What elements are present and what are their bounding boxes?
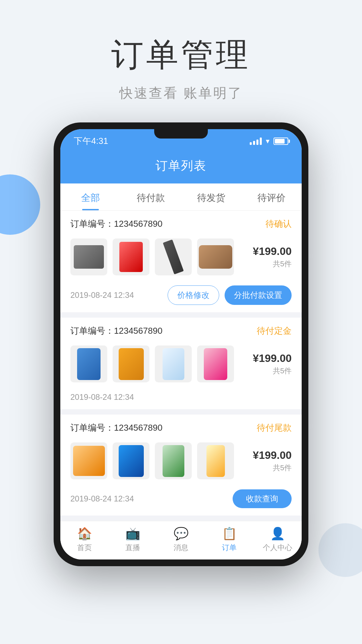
nav-live-label: 直播 bbox=[125, 543, 140, 553]
product-thumb-snack bbox=[70, 345, 107, 382]
price-modify-button[interactable]: 价格修改 bbox=[168, 285, 219, 305]
order-icon: 📋 bbox=[222, 527, 237, 541]
order-status-1: 待确认 bbox=[265, 218, 292, 230]
order-number-3: 订单编号：1234567890 bbox=[70, 422, 163, 434]
product-thumb-lantern bbox=[113, 238, 149, 275]
order-number-1: 订单编号：1234567890 bbox=[70, 218, 163, 230]
product-thumb-sunscreen bbox=[155, 345, 192, 382]
tab-pending-ship[interactable]: 待发货 bbox=[181, 183, 241, 210]
nav-order-label: 订单 bbox=[222, 543, 237, 553]
nav-message-label: 消息 bbox=[174, 543, 188, 553]
collection-query-button[interactable]: 收款查询 bbox=[233, 489, 292, 508]
order-number-2: 订单编号：1234567890 bbox=[70, 325, 163, 337]
page-main-title: 订单管理 bbox=[0, 34, 362, 77]
status-icons: ▾ bbox=[250, 137, 288, 146]
product-thumb-sofa bbox=[197, 238, 234, 275]
tab-pending-payment[interactable]: 待付款 bbox=[121, 183, 181, 210]
order-header-2: 订单编号：1234567890 待付定金 bbox=[60, 318, 302, 342]
product-thumb-chopsticks bbox=[155, 238, 192, 275]
message-icon: 💬 bbox=[174, 527, 189, 541]
order-card-2: 订单编号：1234567890 待付定金 bbox=[60, 318, 302, 409]
nav-home[interactable]: 🏠 首页 bbox=[60, 527, 109, 553]
nav-profile-label: 个人中心 bbox=[263, 543, 292, 553]
tabs-bar: 全部 待付款 待发货 待评价 bbox=[60, 183, 302, 211]
nav-home-label: 首页 bbox=[77, 543, 92, 553]
home-icon: 🏠 bbox=[77, 527, 92, 541]
app-title: 订单列表 bbox=[156, 159, 206, 172]
nav-live[interactable]: 📺 直播 bbox=[109, 527, 157, 553]
product-thumb-gold bbox=[197, 442, 234, 479]
order-price-3: ¥199.00 共5件 bbox=[253, 449, 292, 473]
product-thumb-health bbox=[197, 345, 234, 382]
nav-profile[interactable]: 👤 个人中心 bbox=[253, 527, 302, 553]
order-status-2: 待付定金 bbox=[257, 325, 292, 337]
order-footer-3: 2019-08-24 12:34 收款查询 bbox=[60, 485, 302, 516]
product-thumb-pasta bbox=[70, 442, 107, 479]
bottom-nav: 🏠 首页 📺 直播 💬 消息 📋 订单 👤 个人中心 bbox=[60, 521, 302, 559]
tab-all[interactable]: 全部 bbox=[60, 183, 121, 210]
nav-message[interactable]: 💬 消息 bbox=[157, 527, 205, 553]
app-header: 订单列表 bbox=[60, 151, 302, 183]
order-price-1: ¥199.00 共5件 bbox=[253, 245, 292, 269]
status-time: 下午4:31 bbox=[74, 135, 108, 147]
products-row-3: ¥199.00 共5件 bbox=[60, 439, 302, 485]
order-card-3: 订单编号：1234567890 待付尾款 bbox=[60, 415, 302, 516]
order-price-2: ¥199.00 共5件 bbox=[253, 352, 292, 376]
batch-payment-button[interactable]: 分批付款设置 bbox=[225, 285, 292, 305]
phone-notch bbox=[154, 129, 208, 139]
wifi-icon: ▾ bbox=[266, 137, 269, 146]
battery-icon bbox=[274, 138, 288, 145]
order-date-2: 2019-08-24 12:34 bbox=[70, 392, 134, 402]
product-thumb-monde bbox=[113, 345, 149, 382]
order-header-1: 订单编号：1234567890 待确认 bbox=[60, 211, 302, 235]
page-header: 订单管理 快速查看 账单明了 bbox=[0, 0, 362, 122]
order-card-1: 订单编号：1234567890 待确认 bbox=[60, 211, 302, 312]
product-thumb-lotion bbox=[155, 442, 192, 479]
order-header-3: 订单编号：1234567890 待付尾款 bbox=[60, 415, 302, 439]
order-date-3: 2019-08-24 12:34 bbox=[70, 494, 134, 503]
page-subtitle: 快速查看 账单明了 bbox=[0, 84, 362, 102]
order-footer-2: 2019-08-24 12:34 bbox=[60, 388, 302, 409]
orders-container: 订单编号：1234567890 待确认 bbox=[60, 211, 302, 516]
product-thumb-printer bbox=[70, 238, 107, 275]
nav-order[interactable]: 📋 订单 bbox=[205, 527, 253, 553]
phone-screen: 下午4:31 ▾ 订单列表 全部 bbox=[60, 129, 302, 559]
profile-icon: 👤 bbox=[270, 527, 285, 541]
order-footer-1: 2019-08-24 12:34 价格修改 分批付款设置 bbox=[60, 281, 302, 312]
order-actions-1: 价格修改 分批付款设置 bbox=[168, 285, 292, 305]
phone-mockup: 下午4:31 ▾ 订单列表 全部 bbox=[0, 122, 362, 566]
phone-frame: 下午4:31 ▾ 订单列表 全部 bbox=[54, 122, 308, 566]
products-row-1: ¥199.00 共5件 bbox=[60, 235, 302, 281]
product-thumb-blue-bottle bbox=[113, 442, 149, 479]
order-date-1: 2019-08-24 12:34 bbox=[70, 290, 134, 300]
signal-icon bbox=[250, 138, 262, 145]
order-status-3: 待付尾款 bbox=[257, 422, 292, 434]
live-icon: 📺 bbox=[125, 527, 140, 541]
products-row-2: ¥199.00 共5件 bbox=[60, 342, 302, 388]
tab-pending-review[interactable]: 待评价 bbox=[241, 183, 302, 210]
